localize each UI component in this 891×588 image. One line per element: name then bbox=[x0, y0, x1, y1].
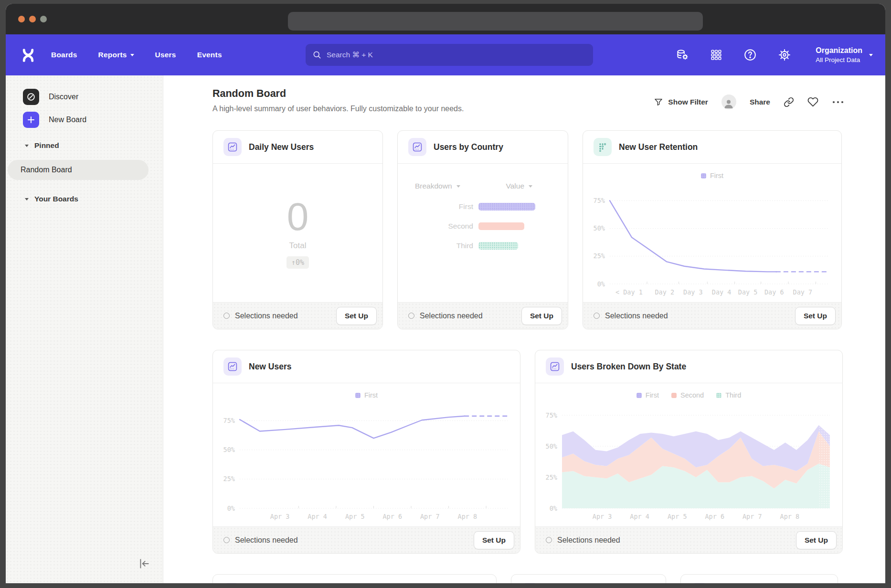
minimize-window-button[interactable] bbox=[29, 16, 36, 22]
svg-text:Apr 5: Apr 5 bbox=[345, 513, 365, 520]
set-up-button[interactable]: Set Up bbox=[796, 531, 837, 549]
help-icon[interactable] bbox=[743, 48, 757, 62]
sidebar-section-your-boards[interactable]: Your Boards bbox=[25, 195, 78, 203]
card-title: Users by Country bbox=[434, 142, 503, 152]
card-users-by-state[interactable]: Users Broken Down By State First Second … bbox=[535, 350, 843, 554]
card-active-users[interactable]: Active Users bbox=[680, 574, 838, 583]
legend-second: Second bbox=[671, 391, 704, 399]
card-users-by-country[interactable]: Users by Country Breakdown Value First bbox=[397, 130, 568, 329]
favorite-heart-icon[interactable] bbox=[807, 96, 818, 107]
legend-first: First bbox=[355, 391, 378, 399]
insights-chart-icon bbox=[522, 583, 538, 583]
card-stacked-line-graph[interactable]: Stacked Line Graph bbox=[212, 574, 497, 583]
value-dropdown[interactable]: Value bbox=[506, 182, 533, 190]
board-label: Random Board bbox=[21, 166, 72, 174]
set-up-button[interactable]: Set Up bbox=[795, 307, 836, 325]
card-title: New User Retention bbox=[619, 142, 698, 152]
chevron-down-icon bbox=[529, 185, 532, 188]
apps-grid-icon[interactable] bbox=[710, 49, 722, 61]
more-options-icon[interactable] bbox=[832, 100, 844, 105]
nav-item-users[interactable]: Users bbox=[155, 51, 176, 59]
mixpanel-logo[interactable] bbox=[21, 48, 35, 64]
maximize-window-button[interactable] bbox=[40, 16, 47, 22]
bar-first bbox=[478, 203, 535, 210]
nav-item-boards[interactable]: Boards bbox=[51, 51, 77, 59]
card-daily-new-users[interactable]: Daily New Users 0 Total ↑0% Selections n… bbox=[212, 130, 383, 329]
chevron-down-icon bbox=[130, 54, 134, 56]
svg-text:50%: 50% bbox=[223, 446, 235, 453]
insights-chart-icon bbox=[223, 357, 242, 376]
main-content: Random Board A high-level summary of use… bbox=[163, 75, 885, 583]
status-circle-icon bbox=[594, 313, 600, 319]
state-area-chart: 0%25%50%75%Apr 3Apr 4Apr 5Apr 6Apr 7Apr … bbox=[537, 405, 838, 523]
share-button[interactable]: Share bbox=[750, 98, 770, 106]
nav-item-events[interactable]: Events bbox=[197, 51, 222, 59]
set-up-button[interactable]: Set Up bbox=[474, 531, 514, 549]
svg-text:Apr 7: Apr 7 bbox=[742, 513, 762, 520]
browser-window: Boards Reports Users Events Search ⌘ + K bbox=[6, 4, 885, 583]
new-users-chart: 0%25%50%75%Apr 3Apr 4Apr 5Apr 6Apr 7Apr … bbox=[215, 405, 516, 523]
person-icon bbox=[722, 98, 735, 109]
sidebar-collapse-button[interactable] bbox=[138, 557, 150, 572]
status-circle-icon bbox=[546, 537, 552, 543]
status-circle-icon bbox=[223, 313, 230, 319]
bar-row: First bbox=[398, 202, 535, 211]
section-label: Pinned bbox=[34, 141, 59, 150]
show-filter-button[interactable]: Show Filter bbox=[654, 97, 708, 107]
svg-text:Apr 4: Apr 4 bbox=[630, 513, 649, 520]
status-text: Selections needed bbox=[557, 536, 620, 545]
url-bar[interactable] bbox=[288, 12, 703, 31]
data-management-icon[interactable] bbox=[676, 49, 689, 62]
card-title: New Users bbox=[249, 362, 292, 372]
svg-text:0%: 0% bbox=[227, 504, 235, 512]
action-label: Share bbox=[750, 98, 770, 106]
legend-swatch bbox=[671, 393, 677, 398]
close-window-button[interactable] bbox=[18, 16, 25, 22]
bar-row: Third bbox=[398, 242, 518, 250]
status-text: Selections needed bbox=[235, 312, 298, 320]
card-insights-report[interactable]: Insights Report bbox=[511, 574, 666, 583]
svg-text:Apr 6: Apr 6 bbox=[705, 513, 724, 520]
nav-item-reports[interactable]: Reports bbox=[98, 51, 134, 59]
dropdown-label: Breakdown bbox=[415, 182, 452, 190]
nav-label: Boards bbox=[51, 51, 77, 59]
copy-link-icon[interactable] bbox=[784, 97, 794, 107]
avatar[interactable] bbox=[721, 94, 736, 109]
sidebar-item-discover[interactable]: Discover bbox=[23, 89, 78, 105]
card-new-user-retention[interactable]: New User Retention First 0%25%50%75%< Da… bbox=[583, 130, 842, 329]
svg-text:Apr 4: Apr 4 bbox=[308, 513, 327, 520]
settings-gear-icon[interactable] bbox=[778, 48, 791, 62]
sidebar-section-pinned[interactable]: Pinned bbox=[25, 141, 59, 150]
svg-text:Day 2: Day 2 bbox=[655, 288, 674, 296]
svg-text:25%: 25% bbox=[223, 475, 235, 483]
search-icon bbox=[312, 50, 322, 60]
action-label: Show Filter bbox=[668, 98, 708, 106]
bar-row: Second bbox=[398, 222, 524, 231]
sidebar-item-new-board[interactable]: New Board bbox=[23, 112, 86, 128]
chevron-down-icon bbox=[25, 198, 29, 200]
org-switcher[interactable]: Organization All Project Data bbox=[816, 34, 873, 75]
bar-label: First bbox=[398, 202, 473, 211]
svg-text:< Day 1: < Day 1 bbox=[615, 288, 643, 296]
dropdown-label: Value bbox=[506, 182, 525, 190]
sidebar-item-random-board[interactable]: Random Board bbox=[8, 160, 148, 180]
set-up-button[interactable]: Set Up bbox=[336, 307, 377, 325]
nav-label: Reports bbox=[98, 51, 127, 59]
sidebar-label: New Board bbox=[49, 116, 86, 124]
insights-chart-icon bbox=[691, 583, 708, 583]
set-up-button[interactable]: Set Up bbox=[521, 307, 562, 325]
legend-first: First bbox=[636, 391, 659, 399]
delta-badge: ↑0% bbox=[286, 256, 309, 269]
svg-text:Apr 3: Apr 3 bbox=[593, 513, 612, 520]
status-text: Selections needed bbox=[235, 536, 298, 545]
search-placeholder: Search ⌘ + K bbox=[327, 51, 373, 59]
card-new-users[interactable]: New Users First 0%25%50%75%Apr 3Apr 4Apr… bbox=[212, 350, 520, 554]
insights-chart-icon bbox=[546, 357, 564, 376]
chevron-down-icon bbox=[25, 145, 29, 147]
svg-text:Apr 8: Apr 8 bbox=[780, 513, 800, 520]
search-input[interactable]: Search ⌘ + K bbox=[306, 44, 593, 66]
breakdown-dropdown[interactable]: Breakdown bbox=[415, 182, 460, 190]
svg-text:Day 4: Day 4 bbox=[712, 288, 732, 296]
status-circle-icon bbox=[408, 313, 414, 319]
section-label: Your Boards bbox=[34, 195, 78, 203]
